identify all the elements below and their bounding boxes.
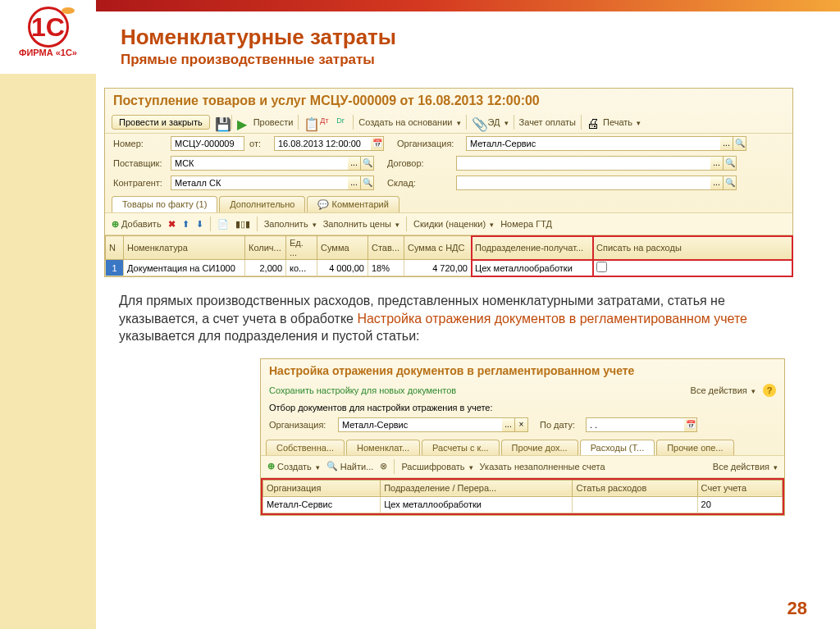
save-icon[interactable]: 💾 — [215, 116, 226, 128]
counterparty-input[interactable] — [171, 175, 348, 190]
col-cfg-account[interactable]: Счет учета — [697, 480, 782, 496]
contract-input[interactable] — [456, 156, 710, 171]
plus-icon: ⊕ — [267, 461, 275, 472]
cell-nomenclature[interactable]: Документация на СИ1000 — [124, 260, 245, 276]
table-row[interactable]: 1 Документация на СИ1000 2,000 ко... 4 0… — [106, 260, 792, 276]
cell-writeoff[interactable] — [593, 260, 792, 276]
col-nomenclature[interactable]: Номенклатура — [124, 236, 245, 260]
help-icon[interactable]: ? — [763, 384, 776, 397]
col-qty[interactable]: Колич... — [245, 236, 286, 260]
settings-title: Настройка отражения документов в регламе… — [261, 359, 784, 381]
add-row-button[interactable]: ⊕ Добавить — [112, 219, 162, 230]
select-icon[interactable]: ... — [710, 156, 724, 171]
col-unit[interactable]: Ед. ... — [286, 236, 317, 260]
clear-icon[interactable]: × — [515, 417, 528, 432]
tab-nom[interactable]: Номенклат... — [346, 440, 420, 455]
col-vat[interactable]: Став... — [368, 236, 404, 260]
cell-cfg-dept[interactable]: Цех металлообработки — [381, 496, 573, 513]
cell-n[interactable]: 1 — [106, 260, 124, 276]
find-button[interactable]: 🔍 Найти... — [326, 461, 374, 472]
list-icon[interactable]: 📋 — [304, 116, 315, 128]
cell-cfg-article[interactable] — [573, 496, 697, 513]
cell-department[interactable]: Цех металлообработки — [472, 260, 593, 276]
col-cfg-dept[interactable]: Подразделение / Перера... — [381, 480, 573, 496]
create-button[interactable]: ⊕ Создать — [267, 461, 320, 472]
tab-other[interactable]: Прочие опе... — [656, 440, 733, 455]
post-button[interactable]: Провести — [253, 117, 294, 127]
discounts-button[interactable]: Скидки (наценки) — [413, 219, 494, 229]
post-and-close-button[interactable]: Провести и закрыть — [112, 115, 210, 130]
fill-prices-button[interactable]: Заполнить цены — [323, 219, 399, 229]
col-sum[interactable]: Сумма — [317, 236, 368, 260]
print-button[interactable]: Печать — [603, 117, 641, 127]
cell-vat[interactable]: 18% — [368, 260, 404, 276]
all-actions-button[interactable]: Все действия — [691, 385, 756, 395]
drcr-icon[interactable]: Dr — [336, 116, 348, 128]
col-cfg-org[interactable]: Организация — [263, 480, 381, 496]
col-writeoff[interactable]: Списать на расходы — [593, 236, 792, 260]
cell-qty[interactable]: 2,000 — [245, 260, 286, 276]
tab-calc[interactable]: Расчеты с к... — [422, 440, 500, 455]
col-department[interactable]: Подразделение-получат... — [472, 236, 593, 260]
search-icon[interactable]: 🔍 — [724, 156, 737, 171]
search-icon[interactable]: 🔍 — [724, 175, 737, 190]
writeoff-checkbox[interactable] — [596, 262, 607, 272]
offset-button[interactable]: Зачет оплаты — [519, 117, 576, 127]
fill-button[interactable]: Заполнить — [264, 219, 317, 229]
date-input[interactable] — [274, 136, 371, 151]
number-input[interactable] — [171, 136, 244, 151]
left-rail — [0, 11, 96, 629]
select-icon[interactable]: ... — [720, 136, 733, 151]
move-down-button[interactable]: ⬇ — [196, 219, 203, 230]
col-n[interactable]: N — [106, 236, 124, 260]
post-icon[interactable]: ▶ — [237, 116, 249, 128]
label-number: Номер: — [113, 139, 166, 148]
warehouse-input[interactable] — [456, 175, 710, 190]
tab-extra[interactable]: Дополнительно — [219, 196, 305, 212]
date-picker-icon[interactable]: 📅 — [371, 136, 384, 151]
search-icon[interactable]: 🔍 — [361, 156, 374, 171]
select-icon[interactable]: ... — [348, 175, 361, 190]
brand-caption: ФИРМА «1С» — [0, 48, 96, 57]
document-panel: Поступление товаров и услуг МСЦУ-000009 … — [104, 88, 793, 277]
org-input[interactable] — [466, 136, 720, 151]
tab-comment[interactable]: 💬 Комментарий — [307, 196, 399, 212]
tab-expenses[interactable]: Расходы (Т... — [580, 440, 655, 455]
decode-button[interactable]: Расшифровать — [401, 462, 472, 472]
all-actions-button-2[interactable]: Все действия — [713, 462, 778, 472]
barcode-icon[interactable]: ▮▯▮ — [235, 219, 250, 230]
copy-icon[interactable]: 📄 — [217, 219, 229, 230]
col-sum-vat[interactable]: Сумма с НДС — [404, 236, 472, 260]
delete-row-button[interactable]: ✖ — [168, 219, 176, 230]
save-settings-link[interactable]: Сохранить настройку для новых документов — [269, 385, 456, 395]
date-picker-icon[interactable]: 📅 — [684, 417, 697, 432]
select-icon[interactable]: ... — [348, 156, 361, 171]
tab-income[interactable]: Прочие дох... — [501, 440, 578, 455]
search-icon[interactable]: 🔍 — [733, 136, 746, 151]
select-icon[interactable]: ... — [502, 417, 515, 432]
tab-own[interactable]: Собственна... — [266, 440, 345, 455]
create-based-button[interactable]: Создать на основании — [358, 117, 460, 127]
todate-input[interactable] — [586, 417, 684, 432]
supplier-input[interactable] — [171, 156, 348, 171]
gtd-button[interactable]: Номера ГТД — [500, 219, 552, 229]
ed-button[interactable]: ЭД — [488, 117, 509, 127]
cell-sum-vat[interactable]: 4 720,00 — [404, 260, 472, 276]
move-up-button[interactable]: ⬆ — [182, 219, 189, 230]
search-icon[interactable]: 🔍 — [361, 175, 374, 190]
unfilled-button[interactable]: Указать незаполненные счета — [480, 462, 605, 472]
print-icon[interactable]: 🖨 — [587, 116, 598, 128]
table-row[interactable]: Металл-Сервис Цех металлообработки 20 — [263, 496, 783, 513]
page-number: 28 — [788, 598, 807, 619]
cfg-org-input[interactable] — [338, 417, 502, 432]
cell-sum[interactable]: 4 000,00 — [317, 260, 368, 276]
dtkt-icon[interactable]: Дт — [320, 116, 331, 128]
tab-goods[interactable]: Товары по факту (1) — [112, 196, 217, 212]
select-icon[interactable]: ... — [710, 175, 724, 190]
cell-unit[interactable]: ко... — [286, 260, 317, 276]
col-cfg-article[interactable]: Статья расходов — [573, 480, 697, 496]
attach-icon[interactable]: 📎 — [472, 116, 483, 128]
cell-cfg-account[interactable]: 20 — [697, 496, 782, 513]
clear-find-icon[interactable]: ⊗ — [380, 461, 387, 472]
cell-cfg-org[interactable]: Металл-Сервис — [263, 496, 381, 513]
